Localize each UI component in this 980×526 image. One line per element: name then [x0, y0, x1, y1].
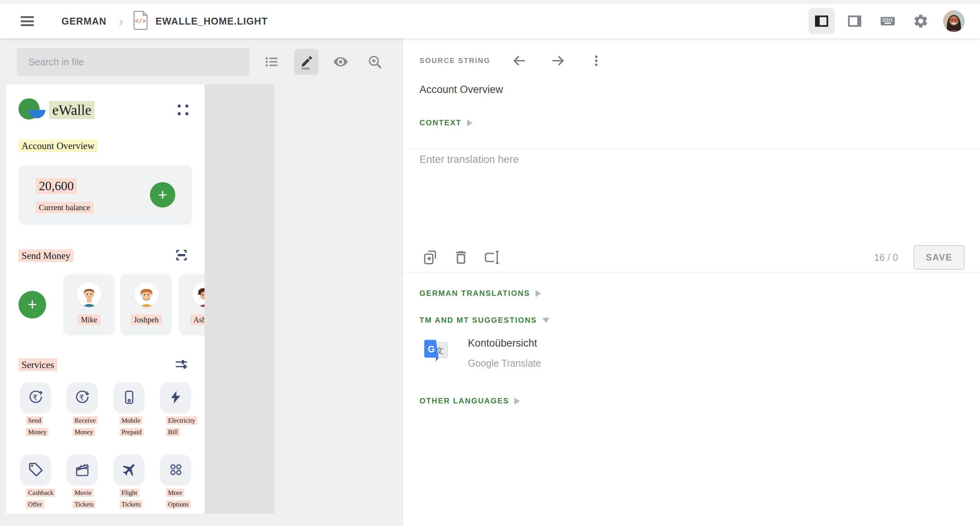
string-service-label[interactable]: Movie Tickets — [73, 489, 95, 508]
preview-panel: eWalle Account Overview 20,600 Current b… — [0, 38, 403, 526]
layout-right-panel-button[interactable] — [842, 8, 868, 34]
file-title: EWALLE_HOME.LIGHT — [155, 16, 268, 27]
divider — [403, 272, 980, 272]
triangle-right-icon — [467, 119, 473, 126]
string-service-label[interactable]: Mobile Prepaid — [120, 416, 143, 436]
service-tile-send-money[interactable]: ₹ — [20, 382, 51, 413]
translation-area — [419, 154, 957, 241]
tm-mt-suggestions-toggle[interactable]: TM AND MT SUGGESTIONS — [419, 316, 549, 325]
mt-suggestion-row[interactable]: 文 G Kontoübersicht Google Translate — [423, 337, 541, 369]
save-button[interactable]: SAVE — [913, 245, 965, 270]
translation-input[interactable] — [419, 154, 957, 241]
previous-string-button[interactable] — [510, 51, 529, 70]
filter-sliders-icon — [175, 357, 188, 373]
zoom-in-button[interactable] — [363, 49, 387, 75]
string-service-label[interactable]: Cashback Offer — [26, 489, 55, 508]
more-options-icon — [168, 461, 184, 479]
contacts-row: + — [18, 274, 205, 335]
string-service-label[interactable]: Receive Money — [73, 416, 98, 436]
source-string-text: Account Overview — [419, 84, 503, 96]
service-tile-mobile-prepaid[interactable] — [113, 382, 145, 413]
divider — [403, 149, 980, 149]
next-string-button[interactable] — [549, 51, 567, 70]
edit-mode-button[interactable] — [294, 49, 318, 75]
contact-card[interactable]: Ashley — [178, 274, 205, 335]
string-list-button[interactable] — [260, 49, 284, 75]
insert-placeholder-button[interactable] — [481, 247, 502, 268]
contact-avatar-ashley — [192, 282, 205, 307]
svg-text:₹: ₹ — [79, 393, 84, 402]
source-string-label: SOURCE STRING — [419, 56, 490, 65]
string-service-label[interactable]: Flight Tickets — [120, 489, 142, 508]
source-header-row: SOURCE STRING — [419, 51, 956, 70]
translation-editor-panel: SOURCE STRING Account Overview CONTEXT — [403, 38, 980, 526]
settings-gear-button[interactable] — [908, 8, 934, 34]
balance-card: 20,600 Current balance + — [18, 165, 192, 225]
ewalle-app-preview: eWalle Account Overview 20,600 Current b… — [6, 85, 205, 514]
file-code-icon: </> — [133, 10, 149, 32]
breadcrumb[interactable]: GERMAN — [62, 16, 106, 27]
delete-translation-button[interactable] — [450, 247, 472, 268]
mobile-phone-icon — [121, 389, 138, 407]
ewalle-logo — [18, 98, 43, 121]
preview-eye-button[interactable] — [328, 49, 353, 75]
keyboard-shortcuts-button[interactable] — [875, 8, 901, 34]
top-bar: GERMAN › </> EWALLE_HOME.LIGHT — [0, 4, 980, 38]
service-tile-cashback[interactable] — [20, 455, 51, 486]
service-tile-electricity[interactable] — [160, 382, 191, 413]
string-service-label[interactable]: Send Money — [26, 416, 48, 436]
user-avatar[interactable] — [943, 10, 965, 32]
string-service-label[interactable]: More Options — [166, 489, 191, 508]
service-tile-movie[interactable] — [67, 455, 98, 486]
tm-mt-label: TM AND MT SUGGESTIONS — [419, 316, 537, 325]
airplane-icon — [121, 461, 138, 480]
service-tile-receive-money[interactable]: ₹ — [67, 382, 98, 413]
svg-text:G: G — [428, 344, 435, 354]
suggestion-text[interactable]: Kontoübersicht — [468, 337, 541, 349]
string-contact-name[interactable]: Mike — [78, 314, 100, 325]
clapperboard-icon — [74, 461, 91, 480]
string-services[interactable]: Services — [18, 358, 57, 371]
string-contact-name[interactable]: Ashley — [190, 314, 205, 325]
price-tag-icon — [28, 461, 44, 479]
string-send-money[interactable]: Send Money — [18, 249, 73, 262]
receive-money-icon: ₹ — [74, 389, 91, 407]
char-counter: 16 / 0 — [874, 252, 898, 263]
german-translations-toggle[interactable]: GERMAN TRANSLATIONS — [419, 289, 541, 298]
other-languages-toggle[interactable]: OTHER LANGUAGES — [419, 397, 520, 405]
add-balance-button[interactable]: + — [150, 182, 175, 207]
string-app-name[interactable]: eWalle — [49, 101, 95, 119]
breadcrumb-chevron-icon: › — [119, 14, 123, 29]
context-toggle[interactable]: CONTEXT — [419, 118, 473, 127]
hamburger-menu-icon[interactable] — [21, 16, 34, 26]
lightning-bolt-icon — [168, 390, 183, 407]
service-tile-more[interactable] — [160, 455, 191, 486]
copy-source-button[interactable] — [419, 247, 441, 268]
menu-dots-icon — [178, 105, 188, 115]
svg-text:</>: </> — [135, 18, 146, 25]
string-balance[interactable]: 20,600 — [36, 178, 77, 194]
contact-avatar-mike — [77, 282, 101, 307]
layout-left-panel-button[interactable] — [809, 8, 835, 34]
svg-text:₹: ₹ — [32, 393, 37, 402]
scan-icon — [175, 248, 188, 264]
string-service-label[interactable]: Electricity Bill — [166, 416, 197, 436]
triangle-down-icon — [542, 318, 549, 323]
other-languages-label: OTHER LANGUAGES — [419, 397, 509, 405]
search-input[interactable] — [17, 48, 250, 76]
kebab-menu-icon[interactable] — [587, 51, 606, 70]
string-account-overview[interactable]: Account Overview — [18, 139, 98, 152]
triangle-right-icon — [514, 398, 520, 405]
window-top-edge — [0, 0, 980, 4]
preview-canvas: eWalle Account Overview 20,600 Current b… — [6, 85, 275, 514]
context-label: CONTEXT — [419, 118, 462, 127]
send-money-icon: ₹ — [27, 389, 44, 407]
service-tile-flight[interactable] — [113, 455, 145, 486]
string-current-balance[interactable]: Current balance — [36, 202, 93, 213]
german-translations-label: GERMAN TRANSLATIONS — [419, 289, 530, 298]
string-contact-name[interactable]: Joshpeh — [131, 314, 161, 325]
contact-card[interactable]: Joshpeh — [120, 274, 172, 335]
contact-card[interactable]: Mike — [63, 274, 115, 335]
add-contact-button[interactable]: + — [18, 291, 46, 319]
contact-avatar-joshpeh — [134, 282, 159, 307]
